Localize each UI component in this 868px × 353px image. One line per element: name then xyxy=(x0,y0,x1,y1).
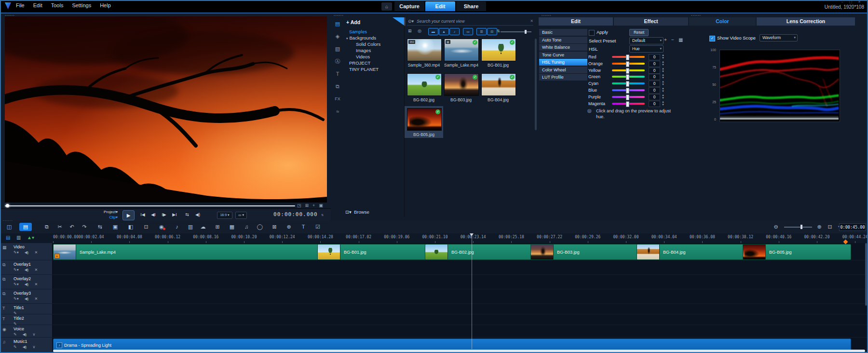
media-thumbnail[interactable]: ▤✓ xyxy=(444,39,479,61)
slider-handle[interactable] xyxy=(626,81,629,87)
volume-icon[interactable]: ◀) xyxy=(193,210,203,219)
slider-spinner[interactable]: ▲▼ xyxy=(662,100,665,106)
seek-bar[interactable] xyxy=(5,205,295,206)
hsl-mode-dropdown[interactable]: Hue▾ xyxy=(629,45,664,53)
media-item[interactable]: ✓BG-B04.jpg xyxy=(481,73,515,102)
media-thumbnail[interactable]: ✓ xyxy=(444,73,479,96)
filter-photo-button[interactable]: ▲ xyxy=(439,28,449,35)
track-header-music1[interactable]: ♫Music1✎◀)∨ xyxy=(0,338,53,352)
track-header-voice[interactable]: ◉Voice✎◀)∨ xyxy=(0,325,53,337)
filter-icon[interactable]: FX xyxy=(333,95,342,103)
track-list-icon[interactable]: ▥ xyxy=(16,235,21,240)
preview-timecode[interactable]: 00:00:00.000 ⇅ xyxy=(273,211,324,217)
clear-search-icon[interactable]: ✕ xyxy=(530,19,533,23)
timeline-horizontal-scrollbar[interactable] xyxy=(53,350,865,352)
section-auto-tone[interactable]: Auto Tone xyxy=(539,37,587,44)
undo-icon[interactable]: ↶ xyxy=(68,223,76,231)
slider-handle[interactable] xyxy=(626,101,629,107)
library-search-input[interactable]: ⊙▾ Search your current view ✕ xyxy=(407,18,533,26)
sort-icon[interactable]: ⇅ xyxy=(497,29,500,33)
slider-handle[interactable] xyxy=(626,88,629,94)
resolution-dropdown[interactable]: ▭ ▾ xyxy=(235,212,247,219)
tab-effect[interactable]: Effect xyxy=(614,17,688,26)
slider-spinner[interactable]: ▲▼ xyxy=(662,67,665,73)
end-icon[interactable]: ▶I xyxy=(170,210,179,219)
slider-value[interactable]: 0 xyxy=(649,81,660,87)
slider-spinner[interactable]: ▲▼ xyxy=(662,73,665,79)
slider-value[interactable]: 0 xyxy=(649,74,660,80)
motion-track-icon[interactable]: ⊕ xyxy=(285,223,293,231)
slider-handle[interactable] xyxy=(626,61,629,67)
grid-icon[interactable]: ⊞ xyxy=(305,203,309,208)
transition-icon[interactable]: ▧ xyxy=(333,44,342,53)
ripple-edit-icon[interactable]: ⇆ xyxy=(95,223,104,231)
media-item[interactable]: ✓BG-B03.jpg xyxy=(444,73,478,102)
track-header-overlay3[interactable]: ⧉Overlay3✎▾◀)✕ xyxy=(0,289,53,303)
speaker-icon[interactable]: ◀) xyxy=(23,332,27,337)
menu-file[interactable]: File xyxy=(12,0,29,11)
folder-videos[interactable]: Videos xyxy=(356,54,370,59)
timeline-clip[interactable]: Sample_Lake.mp4▸ xyxy=(53,244,318,260)
sound-mixer-icon[interactable]: ♫ xyxy=(242,223,251,231)
zoom-in-icon[interactable]: ⊕ xyxy=(815,223,824,231)
speaker-icon[interactable]: ◀) xyxy=(25,250,29,255)
media-item[interactable]: ▤✓Sample_Lake.mp4 xyxy=(444,39,478,68)
loop-icon[interactable]: ◯ xyxy=(256,223,264,231)
track-header-overlay1[interactable]: ⧉Overlay1✎▾◀)✕ xyxy=(0,260,53,274)
ripple-edit-icon[interactable]: ✎▾ xyxy=(14,268,19,272)
media-thumbnail[interactable]: ✓ xyxy=(481,73,516,96)
project-duration[interactable]: 0:00:45.00 xyxy=(839,223,866,231)
title-icon[interactable]: T xyxy=(299,223,308,231)
filter-audio-button[interactable]: ♪ xyxy=(449,28,460,35)
folder-solid-colors[interactable]: Solid Colors xyxy=(356,41,380,47)
track-x-icon[interactable]: ✕ xyxy=(35,282,38,286)
grid-view-button[interactable]: ⊟ xyxy=(487,28,497,35)
show-video-scope-checkbox[interactable]: ✓ xyxy=(709,36,715,41)
track-header-title2[interactable]: TTitle2✎ xyxy=(0,314,53,325)
timeline-ruler[interactable]: ▤▥▲▾00:00:00.0000:00:02.0400:00:04.0800:… xyxy=(0,233,868,244)
tab-edit[interactable]: Edit xyxy=(425,1,455,11)
track-x-icon[interactable]: ✕ xyxy=(35,250,38,255)
folder-backgrounds[interactable]: ▾Backgrounds xyxy=(346,35,376,41)
panel-drag-handle[interactable]: •••••• xyxy=(542,14,552,16)
slider-handle[interactable] xyxy=(626,95,629,100)
media-icon[interactable]: ▤ xyxy=(333,19,342,28)
tab-edit[interactable]: Edit xyxy=(539,17,613,26)
reset-button[interactable]: Reset xyxy=(629,29,649,36)
copy-icon[interactable]: ⧉ xyxy=(42,223,51,231)
ripple-edit-icon[interactable]: ✎ xyxy=(14,332,17,337)
folder-images[interactable]: Images xyxy=(356,48,371,53)
track-header-video[interactable]: ▦Video✎▾◀)✕ xyxy=(0,243,53,260)
aspect-ratio-dropdown[interactable]: 16:9 ▾ xyxy=(217,212,232,219)
check-icon[interactable]: ☑ xyxy=(313,223,322,231)
media-thumbnail[interactable]: 360 xyxy=(407,39,442,61)
timeline-clip[interactable]: BG-B01.jpg xyxy=(317,244,426,260)
slider-value[interactable]: 0 xyxy=(649,94,660,100)
slider-value[interactable]: 0 xyxy=(649,61,660,67)
media-item[interactable]: ✓BG-B05.jpg xyxy=(407,108,441,137)
instant-project-icon[interactable]: ◈ xyxy=(333,32,342,41)
slider-spinner[interactable]: ▲▼ xyxy=(662,54,665,59)
slider-handle[interactable] xyxy=(626,54,629,60)
add-track-icon[interactable]: ▲▾ xyxy=(27,235,34,240)
repeat-icon[interactable]: ⇆ xyxy=(182,210,192,219)
redo-icon[interactable]: ↷ xyxy=(80,223,89,231)
track-header-overlay2[interactable]: ⧉Overlay2✎▾◀)✕ xyxy=(0,275,53,289)
window-controls[interactable]: ­– ▢ ✕ xyxy=(841,0,863,4)
media-item[interactable]: 360Sample_360.mp4 xyxy=(407,39,441,68)
media-thumbnail[interactable]: ✓ xyxy=(407,73,442,96)
thumbnail-zoom-slider[interactable] xyxy=(501,31,531,32)
timeline-view-icon[interactable]: ▤ xyxy=(19,223,32,231)
ripple-edit-icon[interactable]: ✎ xyxy=(14,345,17,349)
thumbnail-zoom-handle[interactable] xyxy=(525,30,527,34)
track-manager-icon[interactable]: ▤ xyxy=(6,235,10,240)
folder-samples[interactable]: Samples xyxy=(349,29,367,34)
media-item[interactable]: ✓BG-B01.jpg xyxy=(481,39,515,68)
clip-mode-button[interactable]: Clip▾ xyxy=(96,215,118,220)
filter-video-button[interactable]: ▬ xyxy=(428,28,438,35)
chevron-down-icon[interactable]: ∨ xyxy=(33,345,36,349)
fit-project-icon[interactable]: ⊡ xyxy=(826,223,834,231)
record-options-icon[interactable]: ◎ xyxy=(418,28,421,33)
menu-help[interactable]: Help xyxy=(95,0,115,11)
media-item[interactable]: ✓BG-B02.jpg xyxy=(407,73,441,102)
